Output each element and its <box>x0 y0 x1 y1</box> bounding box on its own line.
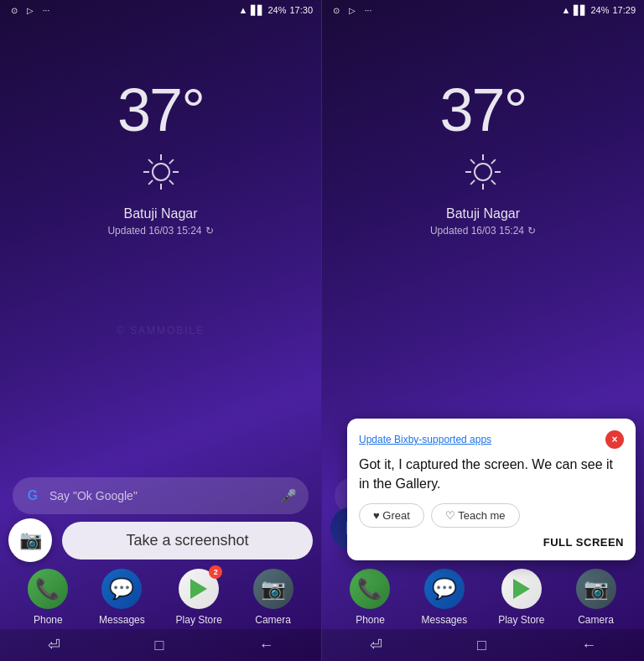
r-media-icon: ▷ <box>346 4 358 16</box>
left-location: Batuji Nagar <box>123 206 197 221</box>
playstore-icon: 2 <box>179 569 219 609</box>
messages-label: Messages <box>99 614 145 626</box>
screenshot-area: 📷 Take a screenshot <box>8 518 313 562</box>
svg-marker-1 <box>513 579 530 599</box>
r-notification-icon: ⊙ <box>330 4 342 16</box>
r-phone-label: Phone <box>356 614 385 626</box>
r-sun-center <box>474 163 492 181</box>
right-updated: Updated 16/03 15:24 ↻ <box>430 225 536 237</box>
right-status-icons: ⊙ ▷ ··· <box>330 4 374 16</box>
left-sun-icon <box>140 151 182 193</box>
messages-icon: 💬 <box>101 569 142 609</box>
left-home-btn[interactable]: □ <box>155 637 164 654</box>
wifi-icon: ▲ <box>239 5 248 15</box>
r-signal-icon: ▋▋ <box>574 5 587 16</box>
r-battery-text: 24% <box>590 5 609 15</box>
r-playstore-label: Play Store <box>498 614 544 626</box>
notification-badge: 2 <box>209 565 222 579</box>
sun-center-circle <box>152 163 170 181</box>
left-updated: Updated 16/03 15:24 ↻ <box>107 225 213 237</box>
right-weather-widget: 37° Batuji Nagar Updated 16/03 15:24 ↻ <box>322 75 644 237</box>
phone-app-left[interactable]: 📞 Phone <box>28 569 68 626</box>
right-nav-bar: ⏎ □ ← <box>322 629 644 661</box>
r-phone-icon: 📞 <box>350 569 390 609</box>
left-phone-screen: ⊙ ▷ ··· ▲ ▋▋ 24% 17:30 37° Batuji Nagar <box>0 0 322 661</box>
right-status-right: ▲ ▋▋ 24% 17:29 <box>562 5 636 16</box>
signal-icon: ▋▋ <box>251 5 264 16</box>
r-camera-icon: 📷 <box>576 569 616 609</box>
r-messages-label: Messages <box>421 614 467 626</box>
dots-icon: ··· <box>40 4 52 16</box>
bixby-actions: ♥ Great ♡ Teach me <box>359 503 624 528</box>
left-app-dock: 📞 Phone 💬 Messages 2 Play Store 📷 Camera <box>0 569 321 626</box>
right-recent-btn[interactable]: ⏎ <box>370 636 382 654</box>
r-wifi-icon: ▲ <box>562 5 571 15</box>
camera-app-left[interactable]: 📷 Camera <box>253 569 293 626</box>
screenshot-thumb: 📷 <box>8 518 52 562</box>
r-camera-label: Camera <box>578 614 614 626</box>
playstore-app-left[interactable]: 2 Play Store <box>176 569 222 626</box>
left-temperature: 37° <box>117 75 204 144</box>
left-nav-bar: ⏎ □ ← <box>0 629 321 661</box>
messages-app-left[interactable]: 💬 Messages <box>99 569 145 626</box>
battery-text: 24% <box>267 5 286 15</box>
phone-app-right[interactable]: 📞 Phone <box>350 569 390 626</box>
right-phone-screen: ⊙ ▷ ··· ▲ ▋▋ 24% 17:29 37° Batuji Nagar … <box>322 0 644 661</box>
media-icon: ▷ <box>24 4 36 16</box>
bixby-popup: Update Bixby-supported apps × Got it, I … <box>347 419 636 560</box>
right-location: Batuji Nagar <box>446 206 520 221</box>
r-refresh-icon: ↻ <box>527 225 536 237</box>
playstore-app-right[interactable]: Play Store <box>498 569 544 626</box>
camera-app-right[interactable]: 📷 Camera <box>576 569 616 626</box>
camera-label: Camera <box>255 614 291 626</box>
left-recent-btn[interactable]: ⏎ <box>48 636 60 654</box>
watermark-left: © SamMobile <box>117 325 205 336</box>
right-sun-icon <box>462 151 504 193</box>
left-status-right: ▲ ▋▋ 24% 17:30 <box>239 5 313 16</box>
right-temperature: 37° <box>440 75 527 144</box>
left-status-icons: ⊙ ▷ ··· <box>8 4 52 16</box>
bixby-popup-header: Update Bixby-supported apps × <box>359 430 624 449</box>
r-messages-icon: 💬 <box>424 569 465 609</box>
notification-icon: ⊙ <box>8 4 20 16</box>
bixby-close-button[interactable]: × <box>605 430 624 449</box>
left-search-bar[interactable]: G Say "Ok Google" 🎤 <box>13 477 309 514</box>
svg-marker-0 <box>190 579 207 599</box>
messages-app-right[interactable]: 💬 Messages <box>421 569 467 626</box>
bixby-teach-btn[interactable]: ♡ Teach me <box>431 503 520 528</box>
right-back-btn[interactable]: ← <box>581 637 596 654</box>
phone-icon: 📞 <box>28 569 68 609</box>
bixby-message: Got it, I captured the screen. We can se… <box>359 455 624 493</box>
r-playstore-icon <box>501 569 542 609</box>
left-search-text: Say "Ok Google" <box>49 489 272 502</box>
right-app-dock: 📞 Phone 💬 Messages Play Store 📷 Camera <box>322 569 644 626</box>
screenshot-label[interactable]: Take a screenshot <box>62 522 313 560</box>
mic-icon[interactable]: 🎤 <box>280 488 297 504</box>
right-status-bar: ⊙ ▷ ··· ▲ ▋▋ 24% 17:29 <box>322 0 644 20</box>
time-left: 17:30 <box>289 5 313 15</box>
phone-label: Phone <box>34 614 63 626</box>
bixby-fullscreen-btn[interactable]: FULL SCREEN <box>359 536 624 549</box>
r-dots-icon: ··· <box>362 4 374 16</box>
playstore-label: Play Store <box>176 614 222 626</box>
r-time: 17:29 <box>612 5 636 15</box>
right-home-btn[interactable]: □ <box>477 637 486 654</box>
google-logo: G <box>24 487 41 504</box>
bixby-update-link[interactable]: Update Bixby-supported apps <box>359 434 491 445</box>
bixby-great-btn[interactable]: ♥ Great <box>359 503 424 528</box>
left-status-bar: ⊙ ▷ ··· ▲ ▋▋ 24% 17:30 <box>0 0 321 20</box>
left-weather-widget: 37° Batuji Nagar Updated 16/03 15:24 ↻ <box>0 75 321 237</box>
refresh-icon: ↻ <box>205 225 214 237</box>
left-back-btn[interactable]: ← <box>258 637 273 654</box>
camera-icon: 📷 <box>253 569 293 609</box>
